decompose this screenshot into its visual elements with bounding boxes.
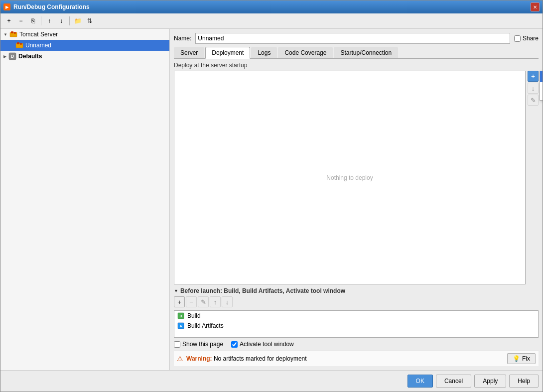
build-artifacts-icon: A xyxy=(177,322,184,329)
svg-point-2 xyxy=(14,32,16,34)
tab-startup-connection[interactable]: Startup/Connection xyxy=(334,47,398,58)
folder-button[interactable]: 📁 xyxy=(72,15,83,26)
move-up-before-button: ↑ xyxy=(210,296,221,307)
copy-config-button[interactable]: ⎘ xyxy=(27,15,38,26)
tomcat-icon xyxy=(9,30,17,38)
svg-rect-1 xyxy=(11,31,13,33)
close-button[interactable]: ✕ xyxy=(531,2,540,11)
expand-arrow-tomcat: ▼ xyxy=(3,32,7,37)
move-down-deploy-button: ↓ xyxy=(528,83,539,94)
tomcat-server-label: Tomcat Server xyxy=(19,31,58,38)
before-build-label: Build xyxy=(187,312,201,319)
svg-text:D: D xyxy=(11,54,14,59)
before-launch-label: Before launch: Build, Build Artifacts, A… xyxy=(180,287,345,294)
svg-rect-4 xyxy=(17,42,19,44)
add-before-button[interactable]: + xyxy=(174,296,185,307)
build-icon: B xyxy=(177,312,184,319)
fix-button[interactable]: 💡 Fix xyxy=(507,353,536,364)
name-label: Name: xyxy=(174,35,191,42)
deploy-section: Deploy at the server startup Nothing to … xyxy=(174,62,539,284)
before-launch-list: B Build A Build Artifacts xyxy=(174,310,539,338)
sidebar-item-unnamed[interactable]: Unnamed xyxy=(0,40,169,51)
show-page-label: Show this page xyxy=(182,341,223,348)
warning-icon: ⚠ xyxy=(177,355,183,363)
tab-deployment[interactable]: Deployment xyxy=(205,47,250,59)
move-up-button[interactable]: ↑ xyxy=(44,15,55,26)
before-launch-collapse[interactable]: ▼ xyxy=(174,288,178,293)
add-deploy-button[interactable]: + xyxy=(528,71,539,82)
defaults-label: Defaults xyxy=(18,53,42,60)
move-down-before-button: ↓ xyxy=(222,296,233,307)
deploy-empty-text: Nothing to deploy xyxy=(326,174,373,181)
tab-bar: Server Deployment Logs Code Coverage Sta… xyxy=(174,47,539,59)
apply-button[interactable]: Apply xyxy=(474,375,506,388)
deploy-list: Nothing to deploy xyxy=(174,71,526,284)
share-row: Share xyxy=(514,35,539,42)
app-icon: ▶ xyxy=(3,3,10,10)
show-page-row: Show this page xyxy=(174,341,223,348)
dropdown-menu: A Artifact... xyxy=(540,71,543,101)
sidebar: ▼ Tomcat Server Unnamed ▶ xyxy=(0,29,170,370)
before-build-artifacts-label: Build Artifacts xyxy=(187,322,224,329)
svg-text:A: A xyxy=(179,324,182,328)
main-panel: Name: Share Server Deployment Logs Code … xyxy=(170,29,543,370)
dropdown-artifact-item[interactable]: A Artifact... xyxy=(540,71,543,82)
before-launch-section: ▼ Before launch: Build, Build Artifacts,… xyxy=(174,287,539,338)
sidebar-item-tomcat-server[interactable]: ▼ Tomcat Server xyxy=(0,29,169,40)
help-button[interactable]: Help xyxy=(509,375,539,388)
sort-button[interactable]: ⇅ xyxy=(84,15,95,26)
before-launch-header: ▼ Before launch: Build, Build Artifacts,… xyxy=(174,287,539,294)
toolbar: + − ⎘ ↑ ↓ 📁 ⇅ xyxy=(0,13,543,29)
deploy-side-buttons: + A Artifact... xyxy=(528,71,539,284)
expand-arrow-defaults: ▶ xyxy=(3,54,6,59)
tab-server[interactable]: Server xyxy=(174,47,204,58)
activate-tool-checkbox[interactable] xyxy=(231,341,238,348)
dropdown-external-source-item[interactable]: External Source... xyxy=(540,82,543,100)
defaults-icon: D xyxy=(8,52,16,60)
options-row: Show this page Activate tool window xyxy=(174,341,539,348)
tab-logs[interactable]: Logs xyxy=(251,47,277,58)
activate-tool-row: Activate tool window xyxy=(231,341,294,348)
deploy-area: Nothing to deploy + A xyxy=(174,71,539,284)
content-area: ▼ Tomcat Server Unnamed ▶ xyxy=(0,29,543,370)
main-window: ▶ Run/Debug Configurations ✕ + − ⎘ ↑ ↓ 📁… xyxy=(0,0,543,392)
warning-text: Warning: No artifacts marked for deploym… xyxy=(186,355,307,362)
svg-point-5 xyxy=(20,43,22,45)
before-item-build-artifacts[interactable]: A Build Artifacts xyxy=(174,321,538,331)
add-config-button[interactable]: + xyxy=(3,15,14,26)
add-deploy-container: + A Artifact... xyxy=(528,71,539,82)
fix-label: Fix xyxy=(522,355,530,362)
unnamed-label: Unnamed xyxy=(25,42,51,49)
toolbar-separator-2 xyxy=(69,16,70,25)
edit-before-button: ✎ xyxy=(198,296,209,307)
warning-message: No artifacts marked for deployment xyxy=(212,355,307,362)
unnamed-icon xyxy=(15,41,23,49)
before-item-build[interactable]: B Build xyxy=(174,311,538,321)
move-down-button[interactable]: ↓ xyxy=(56,15,67,26)
window-title: Run/Debug Configurations xyxy=(13,3,90,10)
warning-bar: ⚠ Warning: No artifacts marked for deplo… xyxy=(174,351,539,366)
toolbar-separator-1 xyxy=(41,16,41,25)
cancel-button[interactable]: Cancel xyxy=(436,375,471,388)
ok-button[interactable]: OK xyxy=(407,375,433,388)
window-controls: ✕ xyxy=(531,2,540,11)
tab-code-coverage[interactable]: Code Coverage xyxy=(278,47,333,58)
sidebar-item-defaults[interactable]: ▶ D Defaults xyxy=(0,51,169,62)
share-checkbox[interactable] xyxy=(514,35,521,42)
title-bar: ▶ Run/Debug Configurations ✕ xyxy=(0,0,543,13)
activate-tool-label: Activate tool window xyxy=(240,341,294,348)
name-row: Name: Share xyxy=(174,33,539,44)
bottom-bar: OK Cancel Apply Help xyxy=(0,370,543,392)
deploy-section-label: Deploy at the server startup xyxy=(174,62,539,69)
name-input[interactable] xyxy=(195,33,510,44)
remove-before-button: − xyxy=(186,296,197,307)
before-launch-buttons: + − ✎ ↑ ↓ xyxy=(174,296,539,307)
warning-label: Warning: xyxy=(186,355,212,362)
remove-config-button[interactable]: − xyxy=(15,15,26,26)
edit-deploy-button: ✎ xyxy=(528,95,539,106)
svg-text:B: B xyxy=(179,314,182,318)
fix-icon: 💡 xyxy=(513,355,520,362)
share-label: Share xyxy=(523,35,539,42)
show-page-checkbox[interactable] xyxy=(174,341,180,348)
